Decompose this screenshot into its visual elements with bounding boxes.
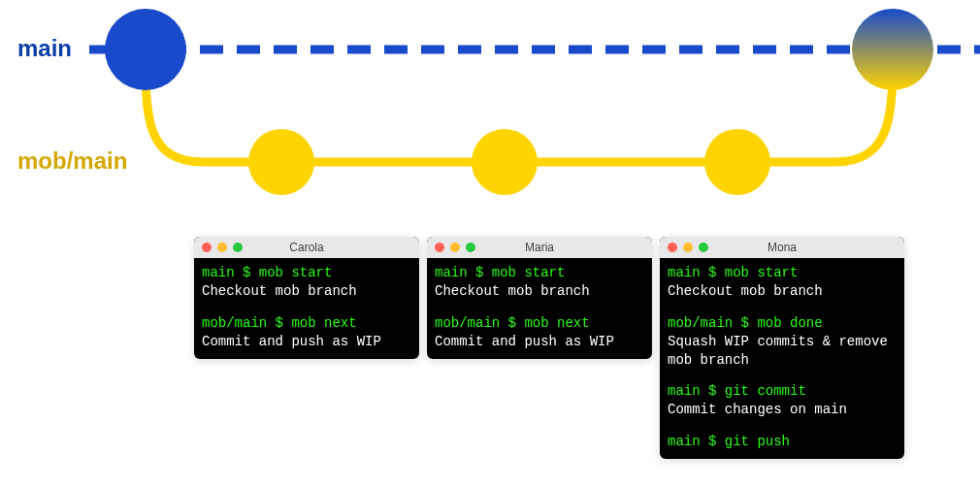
terminal-titlebar: Maria bbox=[427, 237, 652, 258]
terminal-maria: Maria main $ mob startCheckout mob branc… bbox=[427, 237, 652, 359]
terminal-command: main $ mob start bbox=[435, 264, 644, 282]
main-start-commit bbox=[105, 9, 186, 90]
terminal-titlebar: Carola bbox=[194, 237, 419, 258]
terminal-output: Commit changes on main bbox=[668, 401, 897, 419]
terminal-command: mob/main $ mob next bbox=[435, 314, 644, 333]
mob-commit-1 bbox=[472, 129, 538, 195]
terminal-body: main $ mob startCheckout mob branchmob/m… bbox=[660, 258, 904, 459]
branch-graph bbox=[0, 0, 980, 223]
terminal-body: main $ mob startCheckout mob branchmob/m… bbox=[194, 258, 419, 359]
terminal-output: Checkout mob branch bbox=[202, 282, 411, 301]
terminal-title: Carola bbox=[194, 241, 419, 254]
mob-commit-2 bbox=[704, 129, 770, 195]
main-branch-label: main bbox=[17, 35, 72, 62]
terminal-mona: Mona main $ mob startCheckout mob branch… bbox=[660, 237, 904, 459]
terminal-titlebar: Mona bbox=[660, 237, 904, 258]
merge-commit bbox=[852, 9, 933, 90]
terminal-output: Squash WIP commits & remove mob branch bbox=[668, 333, 897, 370]
terminal-title: Mona bbox=[660, 241, 904, 254]
terminal-output: Checkout mob branch bbox=[668, 282, 897, 301]
terminal-body: main $ mob startCheckout mob branchmob/m… bbox=[427, 258, 652, 359]
terminal-command: mob/main $ mob next bbox=[202, 314, 411, 333]
terminal-command: main $ mob start bbox=[668, 264, 897, 282]
terminal-command: main $ mob start bbox=[202, 264, 411, 282]
diagram-canvas: main mob/main Carola main $ mob startChe… bbox=[0, 0, 980, 488]
mob-commit-0 bbox=[248, 129, 314, 195]
terminal-command: mob/main $ mob done bbox=[668, 314, 897, 333]
terminal-carola: Carola main $ mob startCheckout mob bran… bbox=[194, 237, 419, 359]
terminal-command: main $ git commit bbox=[668, 382, 897, 401]
terminal-output: Commit and push as WIP bbox=[435, 333, 644, 351]
terminal-output: Checkout mob branch bbox=[435, 282, 644, 301]
mob-branch-label: mob/main bbox=[17, 147, 127, 175]
terminal-command: main $ git push bbox=[668, 433, 897, 451]
terminal-title: Maria bbox=[427, 241, 652, 254]
terminal-output: Commit and push as WIP bbox=[202, 333, 411, 351]
